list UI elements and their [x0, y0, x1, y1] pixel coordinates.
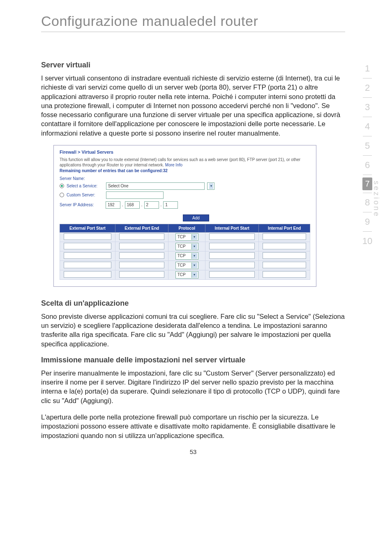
section-nav-separator — [363, 155, 372, 156]
table-row: TCP▾ — [60, 251, 310, 260]
table-cell — [115, 242, 168, 251]
server-name-label: Server Name: — [60, 176, 310, 181]
table-cell — [115, 232, 168, 242]
port-input[interactable] — [209, 262, 255, 268]
table-cell: TCP▾ — [168, 251, 205, 260]
table-cell — [205, 242, 259, 251]
table-cell — [205, 232, 259, 242]
select-a-service-value: Select One — [108, 184, 128, 188]
port-input[interactable] — [119, 271, 164, 278]
port-input[interactable] — [209, 233, 255, 240]
section-nav-item[interactable]: 6 — [355, 158, 380, 172]
custom-server-label: Custom Server: — [67, 193, 104, 197]
port-input[interactable] — [119, 233, 164, 240]
port-input[interactable] — [119, 252, 164, 259]
section-nav-separator — [363, 231, 372, 232]
paragraph-manual-entry-1: Per inserire manualmente le impostazioni… — [41, 369, 345, 405]
col-internal-port-end: Internal Port End — [259, 224, 310, 232]
select-a-service-label: Select a Service: — [67, 184, 104, 188]
protocol-dropdown[interactable]: TCP▾ — [175, 233, 198, 241]
section-nav-item[interactable]: 1 — [355, 62, 380, 76]
table-cell — [60, 260, 115, 270]
col-internal-port-start: Internal Port Start — [205, 224, 259, 232]
chevron-down-icon: ▾ — [209, 183, 213, 189]
section-nav-separator — [363, 78, 372, 78]
protocol-dropdown[interactable]: TCP▾ — [175, 252, 198, 260]
server-ip-label: Server IP Address: — [60, 203, 104, 207]
ip-octet-2[interactable]: 168 — [125, 201, 140, 209]
table-cell — [205, 260, 259, 270]
port-input[interactable] — [263, 233, 306, 240]
table-cell — [205, 251, 259, 260]
port-input[interactable] — [64, 233, 111, 240]
table-cell — [259, 270, 310, 279]
port-input[interactable] — [209, 243, 255, 249]
table-cell — [115, 270, 168, 279]
table-cell — [259, 260, 310, 270]
port-input[interactable] — [263, 271, 306, 278]
ip-octet-1[interactable]: 192 — [106, 201, 120, 209]
table-row: TCP▾ — [60, 260, 310, 270]
table-row: TCP▾ — [60, 232, 310, 242]
port-input[interactable] — [263, 243, 306, 249]
protocol-value: TCP — [178, 263, 186, 267]
section-nav-item[interactable]: 2 — [355, 81, 380, 95]
protocol-value: TCP — [178, 235, 186, 239]
col-external-port-end: External Port End — [115, 224, 168, 232]
port-input[interactable] — [64, 262, 111, 268]
port-input[interactable] — [263, 262, 306, 268]
port-input[interactable] — [119, 262, 164, 268]
protocol-dropdown[interactable]: TCP▾ — [175, 262, 198, 269]
section-nav-separator — [363, 97, 372, 98]
port-input[interactable] — [209, 252, 255, 259]
chevron-down-icon: ▾ — [191, 272, 197, 278]
custom-server-input[interactable] — [106, 191, 164, 199]
title-rule — [41, 32, 345, 32]
select-a-service-dropdown[interactable]: Select One — [106, 182, 205, 190]
table-cell — [60, 270, 115, 279]
port-input[interactable] — [119, 243, 164, 249]
more-info-link[interactable]: More Info — [165, 163, 182, 167]
select-a-service-row: Select a Service: Select One ▾ — [60, 182, 310, 190]
custom-server-radio[interactable] — [60, 193, 64, 197]
chevron-down-icon: ▾ — [191, 244, 197, 249]
ip-octet-3[interactable]: 2 — [144, 201, 159, 209]
page-title: Configurazione manualedel router — [41, 13, 345, 29]
page-number: 53 — [41, 448, 345, 455]
port-input[interactable] — [263, 252, 306, 259]
ip-octet-4[interactable]: 1 — [163, 201, 178, 209]
port-input[interactable] — [64, 252, 111, 259]
table-cell: TCP▾ — [168, 260, 205, 270]
protocol-value: TCP — [178, 253, 186, 258]
section-nav-item[interactable]: 4 — [355, 120, 380, 134]
chevron-down-icon: ▾ — [191, 234, 197, 240]
section-nav-label: sezione — [372, 181, 380, 218]
select-a-service-radio[interactable] — [60, 184, 64, 188]
select-a-service-aux-dropdown[interactable]: ▾ — [207, 182, 214, 190]
heading-choose-app: Scelta di un'applicazione — [41, 299, 345, 308]
add-button[interactable]: Add — [183, 214, 209, 221]
protocol-dropdown[interactable]: TCP▾ — [175, 243, 198, 250]
virtual-servers-table: External Port Start External Port End Pr… — [60, 224, 310, 280]
section-nav-item[interactable]: 10 — [355, 234, 380, 248]
table-cell — [115, 260, 168, 270]
chevron-down-icon: ▾ — [191, 253, 197, 259]
heading-manual-entry: Immissione manuale delle impostazioni ne… — [41, 356, 345, 364]
port-input[interactable] — [64, 243, 111, 249]
section-nav-item-active[interactable]: 7 — [362, 177, 372, 190]
table-cell — [259, 251, 310, 260]
table-cell — [60, 232, 115, 242]
port-input[interactable] — [64, 271, 111, 278]
ip-dot: . — [161, 203, 162, 207]
section-nav-separator — [363, 175, 372, 175]
panel-description: This function will allow you to route ex… — [60, 157, 310, 168]
table-row: TCP▾ — [60, 242, 310, 251]
section-nav-item[interactable]: 3 — [355, 100, 380, 114]
table-cell — [259, 232, 310, 242]
section-nav-item[interactable]: 5 — [355, 139, 380, 153]
port-input[interactable] — [209, 271, 255, 278]
remaining-entries-label: Remaining number of entries that can be … — [60, 168, 310, 173]
protocol-dropdown[interactable]: TCP▾ — [175, 271, 198, 279]
col-protocol: Protocol — [168, 224, 205, 232]
section-nav-separator — [363, 212, 372, 212]
